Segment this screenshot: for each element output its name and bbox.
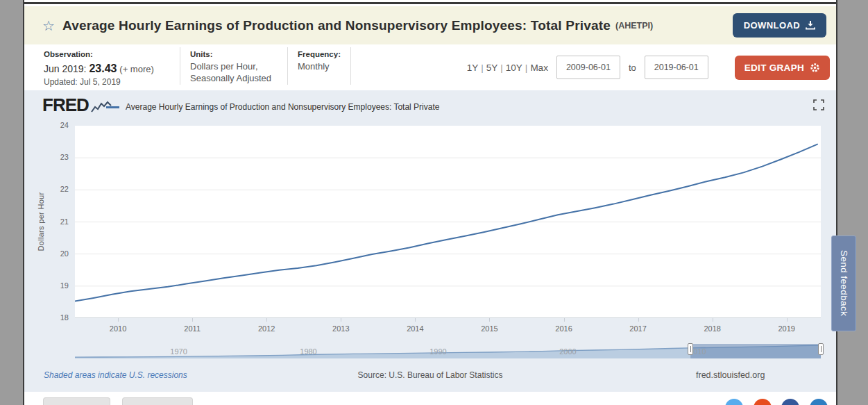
x-tick-mark (341, 318, 341, 322)
units-line2: Seasonally Adjusted (190, 72, 278, 85)
plot-area[interactable] (75, 126, 821, 318)
x-tick-label: 2019 (772, 324, 802, 333)
minimap-handle-right[interactable] (818, 343, 824, 355)
x-tick-label: 2014 (400, 324, 430, 333)
share-icon[interactable] (754, 399, 772, 405)
star-outline-icon[interactable]: ☆ (42, 19, 55, 33)
range-selector: 1Y|5Y|10Y|Max (467, 63, 548, 73)
x-tick-label: 2015 (474, 324, 504, 333)
minimap-decade-label: 1970 (164, 347, 194, 356)
y-tick-label: 21 (48, 217, 69, 226)
x-tick-mark (787, 318, 788, 322)
fullscreen-icon[interactable] (813, 99, 824, 110)
chart-panel: FRED Average Hourly Earnings of Producti… (24, 90, 836, 392)
x-tick-label: 2017 (623, 324, 654, 333)
range-separator: | (481, 63, 484, 73)
fred-logo-text: FRED (42, 96, 89, 114)
date-to-label: to (629, 63, 636, 73)
share-icon[interactable] (810, 399, 828, 405)
units-block: Units: Dollars per Hour, Seasonally Adju… (190, 44, 278, 90)
x-tick-mark (638, 318, 639, 322)
x-tick-mark (713, 318, 713, 322)
send-feedback-label: Send feedback (839, 250, 849, 316)
x-tick-label: 2012 (251, 324, 282, 333)
range-5y[interactable]: 5Y (486, 63, 498, 73)
x-tick-mark (489, 318, 490, 322)
date-to-input[interactable] (645, 56, 708, 79)
y-tick-label: 22 (48, 185, 69, 193)
recessions-note-link[interactable]: Shaded areas indicate U.S. recessions (44, 370, 187, 380)
observation-date: Jun 2019: (44, 63, 87, 74)
y-tick-label: 19 (48, 281, 69, 290)
x-tick-mark (266, 318, 267, 322)
divider (180, 47, 180, 85)
units-line1: Dollars per Hour, (190, 60, 278, 73)
minimap-handle-left[interactable] (688, 343, 693, 355)
share-icon[interactable] (781, 399, 799, 405)
y-tick-label: 18 (48, 313, 69, 322)
legend-line-marker (106, 106, 119, 108)
range-10y[interactable]: 10Y (506, 63, 522, 73)
date-from-input[interactable] (556, 56, 620, 79)
observation-more-link[interactable]: (+ more) (119, 64, 153, 74)
series-header: ☆ Average Hourly Earnings of Production … (24, 6, 836, 44)
y-tick-label: 24 (48, 121, 69, 129)
series-id: (AHETPI) (615, 21, 653, 31)
range-max[interactable]: Max (530, 63, 548, 73)
minimap-decade-label: 2010 (682, 347, 713, 356)
y-axis-label: Dollars per Hour (37, 180, 45, 263)
observation-updated: Updated: Jul 5, 2019 (44, 76, 170, 88)
download-icon (806, 21, 815, 30)
x-tick-mark (415, 318, 416, 322)
divider (287, 47, 288, 85)
bottom-button-partial[interactable] (122, 397, 193, 405)
observation-label: Observation: (44, 49, 170, 60)
bottom-strip (24, 392, 836, 403)
x-tick-mark (118, 318, 119, 322)
frequency-block: Frequency: Monthly (298, 44, 341, 90)
x-tick-label: 2013 (325, 324, 356, 333)
y-tick-label: 20 (48, 249, 69, 258)
minimap-decade-label: 1990 (423, 347, 453, 356)
frequency-value: Monthly (298, 60, 341, 73)
observation-block: Observation: Jun 2019: 23.43 (+ more) Up… (44, 44, 170, 90)
fred-logo[interactable]: FRED (42, 96, 112, 114)
range-separator: | (525, 63, 528, 73)
y-tick-label: 23 (48, 153, 69, 161)
source-text: Source: U.S. Bureau of Labor Statistics (358, 370, 503, 380)
x-tick-mark (564, 318, 565, 322)
x-tick-label: 2011 (177, 324, 207, 333)
share-icon[interactable] (725, 399, 743, 405)
x-tick-label: 2016 (549, 324, 579, 333)
meta-row: Observation: Jun 2019: 23.43 (+ more) Up… (24, 44, 836, 90)
minimap-decade-label: 1980 (293, 347, 324, 356)
minimap-decade-label: 2000 (552, 347, 583, 356)
observation-line: Jun 2019: 23.43 (+ more) (44, 61, 170, 76)
bottom-button-partial[interactable] (43, 397, 110, 405)
download-button[interactable]: DOWNLOAD (733, 13, 826, 38)
site-text: fred.stlouisfed.org (696, 370, 765, 380)
range-controls: 1Y|5Y|10Y|Max to EDIT GRAPH (467, 44, 836, 90)
edit-graph-button[interactable]: EDIT GRAPH (735, 56, 830, 80)
x-tick-label: 2018 (697, 324, 728, 333)
edit-graph-label: EDIT GRAPH (744, 63, 804, 73)
observation-value: 23.43 (89, 63, 117, 74)
download-button-label: DOWNLOAD (744, 20, 800, 31)
page-content: ☆ Average Hourly Earnings of Production … (23, 0, 837, 405)
range-separator: | (500, 63, 503, 73)
gear-icon (810, 63, 820, 73)
main-chart (75, 126, 821, 318)
x-tick-mark (192, 318, 193, 322)
range-1y[interactable]: 1Y (467, 63, 479, 73)
chart-legend: Average Hourly Earnings of Production an… (106, 102, 439, 112)
send-feedback-tab[interactable]: Send feedback (831, 235, 856, 331)
x-tick-label: 2010 (103, 324, 133, 333)
page-title: Average Hourly Earnings of Production an… (62, 18, 611, 33)
divider (350, 47, 351, 85)
legend-label: Average Hourly Earnings of Production an… (126, 102, 439, 112)
frequency-label: Frequency: (298, 49, 341, 60)
units-label: Units: (190, 49, 278, 60)
